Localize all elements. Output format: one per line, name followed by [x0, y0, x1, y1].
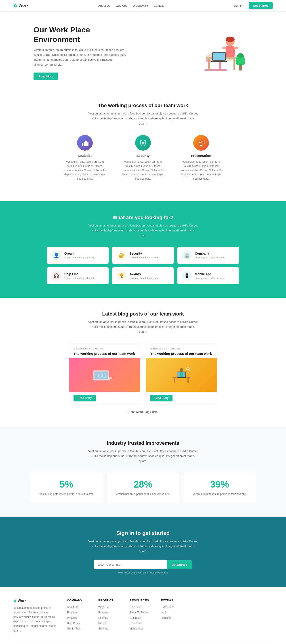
signin-button[interactable]: Sign In →	[233, 4, 246, 7]
stats-description: Vestibulum ante ipsum primis in faucibus…	[87, 449, 199, 464]
svg-rect-2	[219, 62, 221, 70]
nav-contact[interactable]: Contact	[154, 4, 164, 7]
footer-links-product: Why Us? Features Security Pricing Settin…	[98, 605, 121, 630]
stat-desc-1: Vestibulum ante ipsum primis in faucibus…	[39, 492, 94, 496]
card-mobileapp-icon: 📱	[182, 271, 192, 281]
working-title: The working process of our team work	[14, 103, 272, 108]
cta-form: Get Started	[94, 560, 192, 569]
nav-links: About Us Why Us? Dropdown ▾ Contact	[98, 4, 164, 7]
cta-section: Sign in to get started Vestibulum ante i…	[0, 516, 286, 587]
blog-title-1: The working process of our team work	[74, 351, 136, 356]
blog-title-2: The working process of our team work	[150, 351, 212, 356]
read-more-blog-link[interactable]: Read More Blog Posts	[14, 410, 272, 414]
svg-rect-21	[84, 142, 85, 146]
footer-link-blogposts[interactable]: Blog Posts	[67, 622, 80, 625]
blog-title: Latest blog posts of our team work	[14, 311, 272, 317]
footer-link-guidance[interactable]: Guidance	[130, 616, 141, 620]
footer-heading-company: COMPANY	[67, 599, 89, 602]
card-growth[interactable]: 👤 Growth Lorem ipsum dolor sit amet.	[47, 247, 109, 264]
card-security[interactable]: 🔐 Security Lorem ipsum dolor sit amet.	[112, 247, 174, 264]
footer-link-projects[interactable]: Projects	[67, 616, 77, 620]
blog-image-2	[146, 358, 217, 392]
svg-rect-3	[204, 70, 227, 71]
stat-desc-3: Vestibulum ante ipsum primis in faucibus…	[192, 492, 247, 496]
footer-brand: ✿ Work Vestibulum ante ipsum primis in f…	[14, 599, 58, 633]
card-mobileapp-desc: Lorem ipsum dolor sit amet.	[195, 277, 225, 280]
card-growth-text: Growth Lorem ipsum dolor sit amet.	[64, 252, 95, 259]
presentation-icon	[193, 135, 209, 150]
footer-link-download[interactable]: Download	[130, 622, 141, 625]
blog-post-1: MANAGEMENT VALUES The working process of…	[69, 343, 140, 405]
get-started-button[interactable]: Get Started	[249, 2, 272, 9]
nav-dropdown[interactable]: Dropdown ▾	[133, 4, 148, 7]
footer-link-extralinks[interactable]: Extra Links	[161, 606, 174, 609]
growth-icon: 👤	[51, 250, 61, 260]
card-growth-title: Growth	[64, 252, 95, 255]
footer-heading-product: PRODUCT	[98, 599, 121, 602]
email-input[interactable]	[94, 560, 167, 569]
blog-description: Vestibulum ante ipsum primis in faucibus…	[87, 320, 199, 334]
footer-link-register[interactable]: Register	[161, 616, 171, 620]
footer: ✿ Work Vestibulum ante ipsum primis in f…	[0, 587, 286, 644]
hero-read-more-button[interactable]: Read More	[34, 72, 58, 80]
read-story-2-button[interactable]: Read Story	[150, 395, 172, 402]
svg-rect-14	[234, 47, 238, 49]
feature-security: Security Vestibulum ante ipsum primis in…	[121, 135, 165, 190]
card-awards-desc: Lorem ipsum dolor sit amet.	[130, 277, 160, 280]
footer-link-login[interactable]: Login	[161, 611, 167, 614]
footer-link-mobileapp-r[interactable]: Mobile App	[130, 627, 143, 630]
footer-heading-extras: EXTRAS	[161, 599, 183, 602]
svg-rect-26	[198, 140, 204, 144]
looking-section: What are you looking for? Vestibulum ant…	[0, 201, 286, 298]
stats-grid: 5% Vestibulum ante ipsum primis in fauci…	[14, 472, 272, 503]
svg-rect-22	[85, 140, 87, 146]
svg-point-44	[187, 369, 189, 370]
footer-link-whyus[interactable]: Why Us?	[98, 606, 109, 609]
footer-link-settings[interactable]: Settings	[98, 627, 108, 630]
hero-title: Our Work Place Environment	[34, 25, 127, 44]
card-security-title: Security	[130, 252, 160, 255]
card-helpline-desc: Lorem ipsum dolor sit amet .	[64, 277, 95, 280]
footer-link-stepstofollow[interactable]: Steps To Follow	[130, 611, 149, 614]
footer-link-security-p[interactable]: Security	[98, 616, 108, 620]
feature-statistics: Statistics Vestibulum ante ipsum primis …	[63, 135, 107, 190]
svg-point-24	[142, 142, 144, 144]
looking-description: Vestibulum ante ipsum primis in faucibus…	[87, 223, 199, 238]
footer-link-getintouch[interactable]: Get In Touch	[67, 627, 82, 630]
footer-brand-title: Work	[18, 599, 27, 603]
footer-link-features-p[interactable]: Features	[98, 611, 109, 614]
svg-point-19	[240, 57, 245, 65]
svg-rect-23	[87, 142, 89, 146]
stat-3: 39% Vestibulum ante ipsum primis in fauc…	[183, 472, 256, 503]
stat-desc-2: Vestibulum ante ipsum primis in faucibus…	[116, 492, 170, 496]
footer-link-aboutus[interactable]: About Us	[67, 606, 78, 609]
blog-grid: MANAGEMENT VALUES The working process of…	[14, 343, 272, 405]
footer-link-pricing[interactable]: Pricing	[98, 622, 107, 625]
card-helpline[interactable]: 🎧 Help Line Lorem ipsum dolor sit amet .	[47, 267, 109, 284]
feature-presentation: Presentation Vestibulum ante ipsum primi…	[179, 135, 223, 190]
read-story-1-button[interactable]: Read Story	[74, 395, 96, 402]
svg-rect-42	[180, 372, 183, 377]
features-grid: Statistics Vestibulum ante ipsum primis …	[43, 135, 243, 190]
stat-number-2: 28%	[116, 479, 170, 490]
footer-link-features-c[interactable]: Features	[67, 611, 78, 614]
footer-brand-name: ✿ Work	[14, 599, 58, 603]
footer-link-helpline[interactable]: Help Line	[130, 606, 141, 609]
statistics-title: Statistics	[63, 154, 107, 158]
brand-logo[interactable]: ✿ Work	[14, 3, 29, 8]
nav-about[interactable]: About Us	[98, 4, 110, 7]
statistics-desc: Vestibulum ante ipsum primis in faucibus…	[63, 160, 107, 181]
blog-label-1: MANAGEMENT VALUES	[74, 348, 136, 350]
cta-title: Sign in to get started	[14, 530, 272, 536]
card-company[interactable]: 🏢 Company Lorem ipsum dolor sit amet.	[177, 247, 239, 264]
card-helpline-text: Help Line Lorem ipsum dolor sit amet .	[64, 272, 95, 280]
footer-links-extras: Extra Links Login Register	[161, 605, 183, 620]
footer-col-product: PRODUCT Why Us? Features Security Pricin…	[98, 599, 121, 633]
card-mobileapp[interactable]: 📱 Mobile App Lorem ipsum dolor sit amet.	[177, 267, 239, 284]
nav-whyus[interactable]: Why Us?	[116, 4, 127, 7]
nav-actions: Sign In → Get Started	[233, 2, 272, 9]
working-section: The working process of our team work Ves…	[0, 89, 286, 201]
footer-logo-icon: ✿	[14, 599, 16, 603]
card-awards[interactable]: 🏆 Awards Lorem ipsum dolor sit amet.	[112, 267, 174, 284]
cta-get-started-button[interactable]: Get Started	[167, 560, 192, 569]
